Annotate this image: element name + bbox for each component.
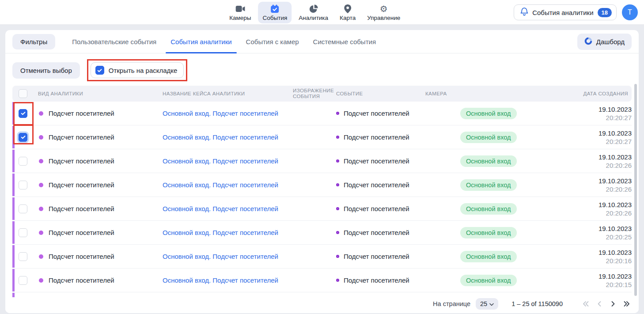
camera-badge[interactable]: Основной вход [460, 227, 517, 238]
analytics-type-dot-icon [39, 135, 43, 140]
row-date: 19.10.2023 [570, 153, 632, 161]
camera-badge[interactable]: Основной вход [460, 155, 517, 167]
analytics-type-label: Подсчет посетителей [49, 110, 114, 117]
table-row: Подсчет посетителей Основной вход. Подсч… [12, 197, 632, 221]
table-row: Подсчет посетителей Основной вход. Подсч… [12, 269, 632, 292]
event-ring-icon [336, 231, 339, 234]
analytics-case-link[interactable]: Основной вход. Подсчет посетителей [163, 110, 278, 117]
notification-count-badge: 18 [598, 8, 612, 17]
open-on-layout-checkbox[interactable] [95, 66, 104, 75]
row-checkbox[interactable] [19, 157, 27, 166]
row-checkbox[interactable] [19, 181, 27, 189]
analytics-case-link[interactable]: Основной вход. Подсчет посетителей [163, 205, 278, 212]
nav-item-map[interactable]: Карта [335, 2, 360, 23]
analytics-type-dot-icon [39, 111, 43, 116]
analytics-type-dot-icon [39, 254, 43, 259]
event-label: Подсчет посетителей [344, 276, 409, 284]
per-page-select[interactable]: 25 [476, 298, 498, 310]
row-checkbox[interactable] [19, 228, 27, 237]
event-label: Подсчет посетителей [344, 157, 409, 165]
created-date-cell: 19.10.2023 20:20:27 [570, 105, 632, 122]
analytics-case-link[interactable]: Основной вход. Подсчет посетителей [163, 133, 278, 141]
tab-user-events[interactable]: Пользовательские события [65, 30, 163, 53]
event-tabs: Пользовательские события События аналити… [65, 30, 383, 53]
column-header-event-image: ИЗОБРАЖЕНИЕ СОБЫТИЯ [293, 88, 336, 99]
row-checkbox[interactable] [19, 252, 27, 261]
top-right-group: События аналитики 18 T [514, 4, 638, 20]
tabs-toolbar: Фильтры Пользовательские события События… [5, 30, 639, 53]
nav-item-analytics[interactable]: Аналитика [294, 2, 333, 23]
table-body: Подсчет посетителей Основной вход. Подсч… [12, 102, 632, 313]
row-time: 20:20:16 [570, 257, 632, 265]
analytics-case-link[interactable]: Основной вход. Подсчет посетителей [163, 229, 278, 236]
select-all-checkbox[interactable] [19, 89, 27, 98]
camera-badge[interactable]: Основной вход [460, 251, 517, 262]
annotation-box: Открыть на раскладке [87, 59, 188, 81]
filters-button[interactable]: Фильтры [12, 34, 55, 49]
vertical-scrollbar[interactable] [634, 84, 637, 296]
camera-icon [235, 4, 245, 14]
event-label: Подсчет посетителей [344, 229, 409, 236]
dashboard-button[interactable]: Дашборд [577, 34, 632, 50]
dashboard-donut-icon [584, 37, 592, 46]
analytics-case-link[interactable]: Основной вход. Подсчет посетителей [163, 181, 278, 189]
row-checkbox[interactable] [19, 276, 27, 285]
row-time: 20:20:25 [570, 233, 632, 241]
created-date-cell: 19.10.2023 20:20:27 [570, 129, 632, 146]
row-date: 19.10.2023 [570, 272, 632, 280]
nav-item-cameras[interactable]: Камеры [225, 2, 255, 23]
camera-badge[interactable]: Основной вход [460, 275, 517, 286]
analytics-case-link[interactable]: Основной вход. Подсчет посетителей [163, 276, 278, 284]
nav-label: Камеры [229, 15, 251, 21]
row-checkbox[interactable] [19, 204, 27, 213]
per-page-label: На странице [433, 300, 470, 307]
column-header-case-name: НАЗВАНИЕ КЕЙСА АНАЛИТИКИ [163, 91, 293, 97]
analytics-type-dot-icon [39, 231, 43, 235]
analytics-case-link[interactable]: Основной вход. Подсчет посетителей [163, 253, 278, 260]
events-table: ВИД АНАЛИТИКИ НАЗВАНИЕ КЕЙСА АНАЛИТИКИ И… [5, 86, 639, 313]
tab-system-events[interactable]: Системные события [306, 30, 383, 53]
column-header-created-date: ДАТА СОЗДАНИЯ [570, 91, 632, 97]
row-date: 19.10.2023 [570, 177, 632, 185]
row-time: 20:20:15 [570, 280, 632, 289]
bell-icon [520, 7, 528, 18]
column-header-analytics-type: ВИД АНАЛИТИКИ [38, 91, 163, 97]
nav-label: События [263, 15, 288, 21]
analytics-type-label: Подсчет посетителей [49, 229, 114, 236]
nav-item-management[interactable]: ⚙ Управление [363, 2, 405, 23]
row-time: 20:20:26 [570, 161, 632, 170]
previous-page-button[interactable] [593, 298, 605, 310]
open-on-layout-button[interactable]: Открыть на раскладке [91, 62, 184, 78]
table-row: Подсчет посетителей Основной вход. Подсч… [12, 245, 632, 269]
user-avatar[interactable]: T [622, 4, 638, 20]
analytics-type-dot-icon [39, 278, 43, 283]
table-row: Подсчет посетителей Основной вход. Подсч… [12, 102, 632, 125]
table-row: Подсчет посетителей Основной вход. Подсч… [12, 221, 632, 245]
created-date-cell: 19.10.2023 20:20:26 [570, 201, 632, 217]
last-page-button[interactable] [621, 298, 633, 310]
cancel-selection-button[interactable]: Отменить выбор [12, 62, 80, 79]
analytics-type-label: Подсчет посетителей [49, 133, 114, 141]
next-page-button[interactable] [607, 298, 619, 310]
pagination-controls [580, 298, 633, 310]
analytics-type-dot-icon [39, 183, 43, 187]
nav-label: Карта [340, 15, 356, 21]
nav-item-events[interactable]: События [258, 2, 292, 23]
first-page-button[interactable] [580, 298, 591, 310]
event-ring-icon [336, 159, 339, 163]
camera-badge[interactable]: Основной вход [460, 179, 517, 191]
row-time: 20:20:27 [570, 137, 632, 146]
analytics-case-link[interactable]: Основной вход. Подсчет посетителей [163, 157, 278, 165]
camera-badge[interactable]: Основной вход [460, 132, 517, 143]
event-ring-icon [336, 136, 339, 139]
created-date-cell: 19.10.2023 20:20:26 [570, 177, 632, 193]
table-row: Подсчет посетителей Основной вход. Подсч… [12, 149, 632, 173]
camera-badge[interactable]: Основной вход [460, 108, 517, 119]
tab-camera-events[interactable]: События с камер [239, 30, 306, 53]
tab-analytics-events[interactable]: События аналитики [163, 30, 239, 53]
annotation-box [13, 125, 34, 144]
notification-button-label: События аналитики [532, 9, 593, 16]
camera-badge[interactable]: Основной вход [460, 203, 517, 215]
table-row: Подсчет посетителей Основной вход. Подсч… [12, 173, 632, 197]
analytics-events-notification-button[interactable]: События аналитики 18 [514, 4, 617, 20]
